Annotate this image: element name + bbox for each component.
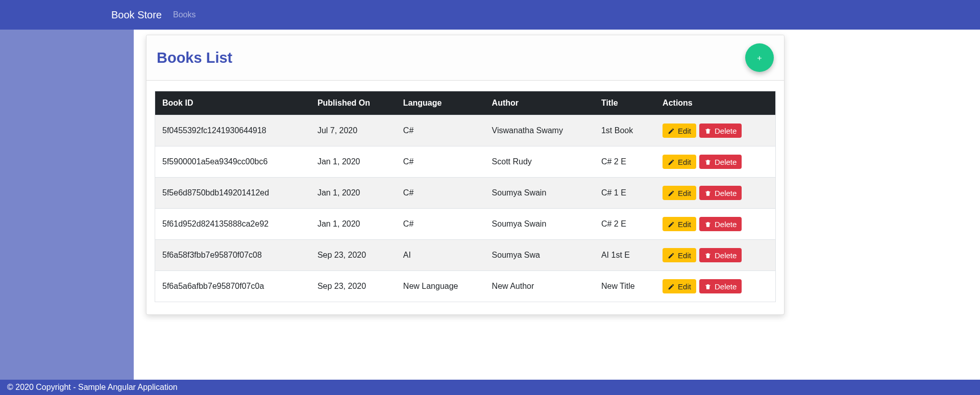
col-author: Author xyxy=(485,91,594,115)
cell-title: C# 1 E xyxy=(594,178,655,209)
cell-published-on: Sep 23, 2020 xyxy=(310,271,396,302)
cell-author: Soumya Swain xyxy=(485,209,594,240)
col-published-on: Published On xyxy=(310,91,396,115)
table-row: 5f0455392fc1241930644918Jul 7, 2020C#Vis… xyxy=(155,115,776,146)
cell-title: C# 2 E xyxy=(594,146,655,178)
cell-actions: EditDelete xyxy=(655,209,775,240)
cell-actions: EditDelete xyxy=(655,271,775,302)
nav-link-books[interactable]: Books xyxy=(173,10,195,19)
edit-button[interactable]: Edit xyxy=(663,279,696,293)
cell-actions: EditDelete xyxy=(655,240,775,271)
trash-icon xyxy=(704,282,712,290)
trash-icon xyxy=(704,189,712,197)
main-content: Books List Book ID Published On Language… xyxy=(134,30,980,380)
table-row: 5f6a5a6afbb7e95870f07c0aSep 23, 2020New … xyxy=(155,271,776,302)
edit-button[interactable]: Edit xyxy=(663,155,696,169)
sidebar xyxy=(0,30,134,380)
delete-label: Delete xyxy=(715,220,737,228)
cell-book-id: 5f5e6d8750bdb149201412ed xyxy=(155,178,310,209)
delete-button[interactable]: Delete xyxy=(699,186,742,200)
cell-published-on: Jan 1, 2020 xyxy=(310,178,396,209)
cell-author: Soumya Swain xyxy=(485,178,594,209)
edit-label: Edit xyxy=(678,283,691,290)
cell-language: C# xyxy=(396,178,485,209)
navbar: Book Store Books xyxy=(0,0,980,30)
cell-language: AI xyxy=(396,240,485,271)
cell-actions: EditDelete xyxy=(655,115,775,146)
delete-button[interactable]: Delete xyxy=(699,124,742,138)
pencil-icon xyxy=(668,158,675,166)
delete-button[interactable]: Delete xyxy=(699,217,742,231)
card-body: Book ID Published On Language Author Tit… xyxy=(146,81,784,314)
cell-published-on: Jan 1, 2020 xyxy=(310,209,396,240)
edit-button[interactable]: Edit xyxy=(663,248,696,262)
delete-label: Delete xyxy=(715,283,737,290)
cell-language: C# xyxy=(396,146,485,178)
cell-author: Viswanatha Swamy xyxy=(485,115,594,146)
col-title: Title xyxy=(594,91,655,115)
edit-label: Edit xyxy=(678,189,691,197)
cell-title: C# 2 E xyxy=(594,209,655,240)
edit-label: Edit xyxy=(678,127,691,135)
edit-button[interactable]: Edit xyxy=(663,124,696,138)
table-row: 5f6a58f3fbb7e95870f07c08Sep 23, 2020AISo… xyxy=(155,240,776,271)
cell-book-id: 5f6a58f3fbb7e95870f07c08 xyxy=(155,240,310,271)
cell-language: C# xyxy=(396,209,485,240)
delete-button[interactable]: Delete xyxy=(699,155,742,169)
table-row: 5f5e6d8750bdb149201412edJan 1, 2020C#Sou… xyxy=(155,178,776,209)
cell-language: New Language xyxy=(396,271,485,302)
table-row: 5f61d952d824135888ca2e92Jan 1, 2020C#Sou… xyxy=(155,209,776,240)
col-actions: Actions xyxy=(655,91,775,115)
table-row: 5f5900001a5ea9349cc00bc6Jan 1, 2020C#Sco… xyxy=(155,146,776,178)
pencil-icon xyxy=(668,127,675,135)
table-head: Book ID Published On Language Author Tit… xyxy=(155,91,776,115)
cell-published-on: Sep 23, 2020 xyxy=(310,240,396,271)
delete-label: Delete xyxy=(715,252,737,259)
cell-published-on: Jan 1, 2020 xyxy=(310,146,396,178)
plus-icon xyxy=(756,53,763,63)
edit-label: Edit xyxy=(678,220,691,228)
cell-title: New Title xyxy=(594,271,655,302)
edit-label: Edit xyxy=(678,158,691,166)
delete-button[interactable]: Delete xyxy=(699,248,742,262)
delete-button[interactable]: Delete xyxy=(699,279,742,293)
edit-label: Edit xyxy=(678,252,691,259)
books-card: Books List Book ID Published On Language… xyxy=(146,35,785,315)
edit-button[interactable]: Edit xyxy=(663,217,696,231)
cell-title: AI 1st E xyxy=(594,240,655,271)
page-title: Books List xyxy=(157,50,232,66)
cell-author: New Author xyxy=(485,271,594,302)
cell-author: Soumya Swa xyxy=(485,240,594,271)
cell-language: C# xyxy=(396,115,485,146)
cell-book-id: 5f0455392fc1241930644918 xyxy=(155,115,310,146)
cell-book-id: 5f61d952d824135888ca2e92 xyxy=(155,209,310,240)
table-body: 5f0455392fc1241930644918Jul 7, 2020C#Vis… xyxy=(155,115,776,302)
col-book-id: Book ID xyxy=(155,91,310,115)
cell-book-id: 5f5900001a5ea9349cc00bc6 xyxy=(155,146,310,178)
navbar-brand[interactable]: Book Store xyxy=(111,9,162,21)
trash-icon xyxy=(704,251,712,259)
trash-icon xyxy=(704,220,712,228)
books-table: Book ID Published On Language Author Tit… xyxy=(155,91,776,302)
pencil-icon xyxy=(668,220,675,228)
cell-book-id: 5f6a5a6afbb7e95870f07c0a xyxy=(155,271,310,302)
delete-label: Delete xyxy=(715,127,737,135)
trash-icon xyxy=(704,158,712,166)
pencil-icon xyxy=(668,282,675,290)
cell-title: 1st Book xyxy=(594,115,655,146)
cell-actions: EditDelete xyxy=(655,178,775,209)
footer-text: © 2020 Copyright - Sample Angular Applic… xyxy=(7,383,178,392)
pencil-icon xyxy=(668,189,675,197)
col-language: Language xyxy=(396,91,485,115)
cell-published-on: Jul 7, 2020 xyxy=(310,115,396,146)
cell-author: Scott Rudy xyxy=(485,146,594,178)
delete-label: Delete xyxy=(715,158,737,166)
cell-actions: EditDelete xyxy=(655,146,775,178)
card-header: Books List xyxy=(146,35,784,81)
delete-label: Delete xyxy=(715,189,737,197)
edit-button[interactable]: Edit xyxy=(663,186,696,200)
trash-icon xyxy=(704,127,712,135)
footer: © 2020 Copyright - Sample Angular Applic… xyxy=(0,380,980,395)
add-book-button[interactable] xyxy=(745,43,774,72)
pencil-icon xyxy=(668,251,675,259)
